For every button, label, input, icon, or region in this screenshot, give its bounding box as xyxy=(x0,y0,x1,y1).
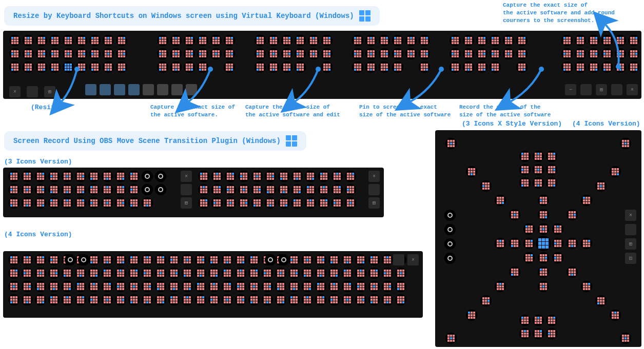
resize-key[interactable] xyxy=(523,223,535,235)
resize-key[interactable] xyxy=(480,295,492,306)
resize-key[interactable] xyxy=(48,294,60,305)
resize-key[interactable] xyxy=(321,61,333,73)
resize-key[interactable] xyxy=(48,197,60,209)
resize-key[interactable] xyxy=(222,294,233,305)
resize-key[interactable] xyxy=(116,48,127,59)
panel-button[interactable]: × xyxy=(625,210,636,221)
resize-key[interactable] xyxy=(321,35,333,46)
resize-key[interactable] xyxy=(288,281,300,292)
close-button[interactable]: × xyxy=(407,254,419,265)
resize-key[interactable] xyxy=(168,254,180,265)
dot-button[interactable] xyxy=(181,184,192,195)
resize-key[interactable] xyxy=(620,138,631,149)
resize-key[interactable] xyxy=(392,35,403,46)
resize-key[interactable] xyxy=(8,184,19,195)
resize-key[interactable] xyxy=(395,268,406,279)
resize-key[interactable] xyxy=(379,61,390,73)
resize-key[interactable] xyxy=(588,48,599,59)
resize-key[interactable] xyxy=(76,48,87,59)
resize-key[interactable] xyxy=(355,254,366,265)
panel-control-button[interactable]: ⊞ xyxy=(596,84,607,95)
resize-key[interactable] xyxy=(128,171,140,182)
resize-key[interactable] xyxy=(519,164,531,175)
resize-key[interactable] xyxy=(248,268,260,279)
resize-key[interactable] xyxy=(567,209,578,220)
resize-key[interactable] xyxy=(315,281,326,292)
resize-key[interactable] xyxy=(315,294,326,305)
resize-key[interactable] xyxy=(142,254,153,265)
resize-key[interactable] xyxy=(262,281,273,292)
resize-key[interactable] xyxy=(211,197,223,209)
resize-key[interactable] xyxy=(503,48,514,59)
resize-key[interactable] xyxy=(615,61,626,73)
resize-key[interactable] xyxy=(533,164,544,175)
resize-key[interactable] xyxy=(115,281,126,292)
resize-key[interactable] xyxy=(22,254,33,265)
resize-key[interactable] xyxy=(628,61,639,73)
resize-key[interactable] xyxy=(210,48,222,59)
resize-key[interactable] xyxy=(198,197,209,209)
app-icon[interactable] xyxy=(186,84,197,95)
resize-key[interactable] xyxy=(235,254,246,265)
resize-key[interactable] xyxy=(533,315,544,326)
resize-key[interactable] xyxy=(405,48,417,59)
resize-key[interactable] xyxy=(519,151,531,162)
resize-key[interactable] xyxy=(62,294,73,305)
resize-key[interactable] xyxy=(142,197,153,209)
resize-key[interactable] xyxy=(405,35,417,46)
resize-key[interactable] xyxy=(533,177,544,189)
resize-key[interactable] xyxy=(8,254,19,265)
resize-key[interactable] xyxy=(268,61,279,73)
resize-key[interactable] xyxy=(519,315,531,326)
resize-key[interactable] xyxy=(288,294,300,305)
resize-key[interactable] xyxy=(102,268,113,279)
resize-key[interactable] xyxy=(115,197,126,209)
app-icon[interactable] xyxy=(157,84,168,95)
resize-key[interactable] xyxy=(302,294,313,305)
flag-button[interactable]: ⊞ xyxy=(368,197,380,209)
resize-key[interactable] xyxy=(36,48,47,59)
resize-key[interactable] xyxy=(450,48,461,59)
resize-key[interactable] xyxy=(355,268,366,279)
resize-key[interactable] xyxy=(224,61,235,73)
resize-key[interactable] xyxy=(62,171,73,182)
app-icon[interactable] xyxy=(85,84,96,95)
resize-key[interactable] xyxy=(476,61,487,73)
close-button[interactable]: × xyxy=(368,171,380,182)
resize-key[interactable] xyxy=(342,281,353,292)
start-button[interactable] xyxy=(65,254,76,265)
resize-key[interactable] xyxy=(75,184,86,195)
resize-key[interactable] xyxy=(278,184,289,195)
resize-key[interactable] xyxy=(102,197,113,209)
resize-key[interactable] xyxy=(224,48,235,59)
resize-key[interactable] xyxy=(62,184,73,195)
resize-key[interactable] xyxy=(601,35,613,46)
resize-key[interactable] xyxy=(157,35,168,46)
panel-button[interactable]: ⊡ xyxy=(625,253,636,264)
resize-key[interactable] xyxy=(142,281,153,292)
resize-key[interactable] xyxy=(328,254,340,265)
resize-key[interactable] xyxy=(184,48,195,59)
resize-key[interactable] xyxy=(62,268,73,279)
resize-key[interactable] xyxy=(198,184,209,195)
resize-key[interactable] xyxy=(9,61,21,73)
resize-key[interactable] xyxy=(275,281,286,292)
resize-key[interactable] xyxy=(128,184,140,195)
resize-key[interactable] xyxy=(103,61,114,73)
resize-key[interactable] xyxy=(238,171,249,182)
resize-key[interactable] xyxy=(195,294,206,305)
resize-key[interactable] xyxy=(182,254,193,265)
resize-key[interactable] xyxy=(88,171,100,182)
resize-key[interactable] xyxy=(328,268,340,279)
resize-key[interactable] xyxy=(561,48,573,59)
panel-control-button[interactable] xyxy=(580,84,592,95)
pause-button[interactable] xyxy=(265,254,276,265)
resize-key[interactable] xyxy=(379,35,390,46)
resize-key[interactable] xyxy=(157,48,168,59)
resize-key[interactable] xyxy=(516,48,528,59)
resize-key[interactable] xyxy=(291,171,303,182)
resize-key[interactable] xyxy=(22,268,33,279)
resize-key[interactable] xyxy=(142,268,153,279)
resize-key[interactable] xyxy=(275,268,286,279)
resize-key[interactable] xyxy=(546,177,557,189)
